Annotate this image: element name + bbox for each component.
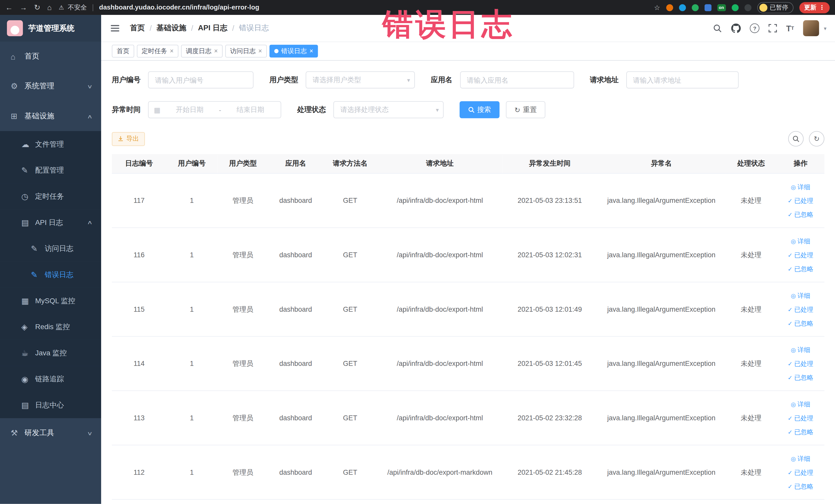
- row-action-processed[interactable]: ✓已处理: [779, 194, 822, 207]
- row-action-processed[interactable]: ✓已处理: [779, 357, 822, 370]
- sidebar-item-log-center[interactable]: ▤日志中心: [0, 392, 101, 418]
- forward-icon[interactable]: →: [20, 4, 27, 11]
- extension-icon-green[interactable]: [692, 4, 698, 11]
- search-button[interactable]: 搜索: [460, 101, 500, 118]
- check-icon: ✓: [788, 361, 793, 367]
- table-cell: 1: [166, 228, 218, 282]
- row-action-detail[interactable]: ◎详细: [779, 288, 822, 302]
- help-icon[interactable]: ?: [750, 23, 759, 33]
- row-actions: ◎详细✓已处理✓已忽略: [777, 282, 824, 337]
- breadcrumb-item[interactable]: API 日志: [198, 23, 227, 33]
- sidebar-item-mysql-monitor[interactable]: ▦MySQL 监控: [0, 287, 101, 314]
- close-icon[interactable]: ×: [170, 48, 174, 55]
- close-icon[interactable]: ×: [309, 48, 313, 55]
- eye-icon: ◉: [21, 374, 35, 384]
- app-name-input[interactable]: [460, 72, 574, 88]
- row-action-detail[interactable]: ◎详细: [779, 397, 822, 411]
- row-action-ignored[interactable]: ✓已忽略: [779, 316, 822, 330]
- sidebar-item-link-trace[interactable]: ◉链路追踪: [0, 366, 101, 392]
- update-button[interactable]: 更新 ⋮: [799, 2, 830, 13]
- tag-home[interactable]: 首页: [112, 45, 134, 58]
- check-icon: ✓: [788, 211, 793, 218]
- row-action-processed[interactable]: ✓已处理: [779, 248, 822, 262]
- extension-icon-blue[interactable]: [679, 4, 686, 11]
- url-text[interactable]: dashboard.yudao.iocoder.cn/infra/log/api…: [99, 4, 259, 11]
- row-action-processed[interactable]: ✓已处理: [779, 302, 822, 316]
- sidebar-item-infrastructure[interactable]: ⊞基础设施∧: [0, 101, 101, 131]
- calendar-icon: ▦: [154, 106, 161, 114]
- sidebar-item-api-logs[interactable]: ▤API 日志∧: [0, 209, 101, 236]
- row-action-ignored[interactable]: ✓已忽略: [779, 207, 822, 221]
- refresh-table-button[interactable]: ↻: [809, 131, 824, 146]
- row-action-detail[interactable]: ◎详细: [779, 180, 822, 194]
- user-type-select[interactable]: 请选择用户类型 ▾: [306, 72, 415, 88]
- reload-icon[interactable]: ↻: [34, 4, 40, 11]
- process-status-select[interactable]: 请选择处理状态 ▾: [333, 101, 444, 118]
- back-icon[interactable]: ←: [5, 4, 13, 11]
- sidebar-item-home[interactable]: ⌂首页: [0, 42, 101, 72]
- row-action-label: 已忽略: [794, 482, 813, 490]
- sidebar-item-java-monitor[interactable]: ☕Java 监控: [0, 340, 101, 366]
- table-cell: GET: [323, 336, 377, 391]
- fullscreen-icon[interactable]: [769, 24, 777, 32]
- profile-chip[interactable]: 已暂停: [757, 2, 793, 13]
- close-icon[interactable]: ×: [258, 48, 262, 55]
- row-action-label: 详细: [797, 237, 810, 245]
- divider: [93, 4, 93, 11]
- sidebar-item-redis-monitor[interactable]: ◈Redis 监控: [0, 314, 101, 340]
- chevron-down-icon: ∨: [87, 83, 93, 89]
- row-action-ignored[interactable]: ✓已忽略: [779, 370, 822, 384]
- chevron-down-icon[interactable]: ▾: [824, 25, 826, 31]
- user-type-label: 用户类型: [269, 75, 298, 85]
- export-button[interactable]: 导出: [112, 132, 145, 146]
- address-bar[interactable]: ⚠ 不安全 dashboard.yudao.iocoder.cn/infra/l…: [59, 3, 259, 12]
- logo[interactable]: 芋道管理系统: [0, 15, 101, 42]
- sidebar-item-system-management[interactable]: ⚙系统管理∨: [0, 72, 101, 101]
- row-action-ignored[interactable]: ✓已忽略: [779, 479, 822, 493]
- breadcrumb-item[interactable]: 首页: [130, 23, 145, 33]
- table-cell: dashboard: [268, 391, 323, 445]
- exception-time-range[interactable]: ▦ 开始日期 - 结束日期: [148, 101, 281, 118]
- user-id-input[interactable]: [148, 72, 253, 88]
- reset-button[interactable]: ↻ 重置: [506, 101, 545, 118]
- github-icon[interactable]: [731, 23, 741, 33]
- table-cell: dashboard: [268, 445, 323, 499]
- row-action-processed[interactable]: ✓已处理: [779, 465, 822, 479]
- tag-scheduled-tasks[interactable]: 定时任务 ×: [137, 45, 178, 58]
- start-date-placeholder: 开始日期: [165, 105, 215, 115]
- check-icon: ✓: [788, 251, 793, 258]
- toggle-search-button[interactable]: [788, 131, 804, 146]
- tag-access-log[interactable]: 访问日志 ×: [225, 45, 267, 58]
- close-icon[interactable]: ×: [214, 48, 218, 55]
- row-action-processed[interactable]: ✓已处理: [779, 411, 822, 425]
- extension-icon-on-badge[interactable]: on: [717, 4, 726, 11]
- search-icon[interactable]: [713, 24, 722, 33]
- row-action-detail[interactable]: ◎详细: [779, 343, 822, 357]
- row-action-ignored[interactable]: ✓已忽略: [779, 425, 822, 439]
- hamburger-icon[interactable]: [109, 23, 120, 33]
- tag-dispatch-log[interactable]: 调度日志 ×: [181, 45, 223, 58]
- sidebar-item-access-log[interactable]: ✎访问日志: [0, 236, 101, 262]
- sidebar-item-file-management[interactable]: ☁文件管理: [0, 131, 101, 157]
- sidebar-item-error-log[interactable]: ✎错误日志: [0, 262, 101, 288]
- bookmark-star-icon[interactable]: ☆: [654, 3, 660, 11]
- extension-icon-leaf[interactable]: [732, 4, 738, 11]
- extension-icon-orange[interactable]: [666, 4, 673, 11]
- row-action-ignored[interactable]: ✓已忽略: [779, 262, 822, 276]
- extension-icon-grid[interactable]: [704, 4, 711, 11]
- date-range-separator: -: [219, 106, 221, 114]
- row-action-detail[interactable]: ◎详细: [779, 234, 822, 248]
- request-url-input[interactable]: [626, 72, 738, 88]
- tag-error-log[interactable]: 错误日志 ×: [269, 45, 318, 58]
- font-size-icon[interactable]: TT: [786, 24, 794, 32]
- extension-icon-paw[interactable]: [744, 4, 751, 11]
- sidebar-item-scheduled-tasks[interactable]: ◷定时任务: [0, 183, 101, 209]
- row-actions: ◎详细✓已处理✓已忽略: [777, 336, 824, 391]
- sidebar-item-dev-tools[interactable]: ⚒研发工具∨: [0, 418, 101, 448]
- sidebar-item-config-management[interactable]: ✎配置管理: [0, 157, 101, 183]
- row-action-detail[interactable]: ◎详细: [779, 451, 822, 465]
- user-avatar[interactable]: [803, 20, 819, 36]
- breadcrumb-item[interactable]: 基础设施: [157, 23, 186, 33]
- breadcrumb-separator: /: [232, 24, 235, 32]
- home-icon[interactable]: ⌂: [47, 4, 52, 11]
